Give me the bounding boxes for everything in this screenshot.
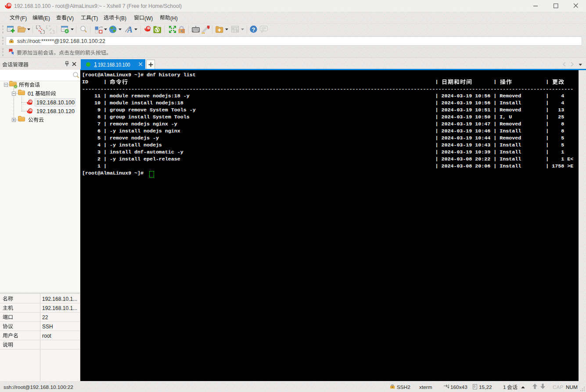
svg-text:0: 0 (474, 385, 475, 388)
svg-text:?: ? (252, 26, 255, 33)
svg-text:A: A (127, 25, 133, 34)
